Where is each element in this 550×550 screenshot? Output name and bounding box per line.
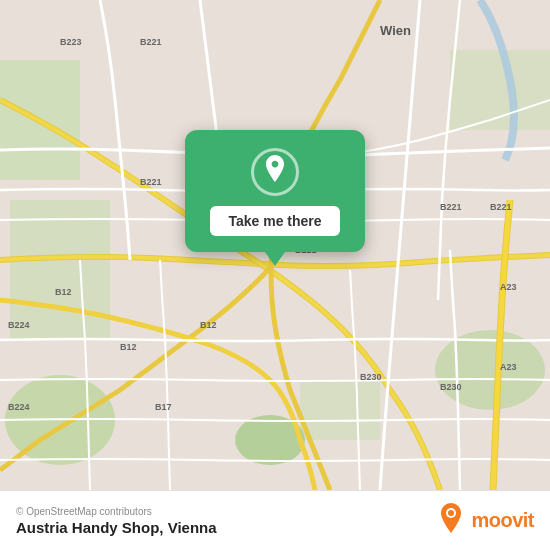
moovit-logo: moovit <box>437 503 534 539</box>
svg-rect-2 <box>10 200 110 340</box>
svg-text:B12: B12 <box>200 320 217 330</box>
moovit-logo-text: moovit <box>471 509 534 532</box>
svg-text:B221: B221 <box>140 177 162 187</box>
svg-text:B223: B223 <box>60 37 82 47</box>
svg-point-5 <box>435 330 545 410</box>
svg-text:Wien: Wien <box>380 23 411 38</box>
svg-text:B221: B221 <box>140 37 162 47</box>
bottom-left-info: © OpenStreetMap contributors Austria Han… <box>16 506 217 536</box>
map-container: B223 B221 Wien B221 B221 B221 B221 B224 … <box>0 0 550 490</box>
svg-text:B224: B224 <box>8 320 30 330</box>
take-me-there-button[interactable]: Take me there <box>210 206 339 236</box>
svg-rect-4 <box>450 50 550 130</box>
svg-text:B221: B221 <box>440 202 462 212</box>
svg-text:B17: B17 <box>155 402 172 412</box>
location-name-label: Austria Handy Shop, Vienna <box>16 519 217 536</box>
bottom-bar: © OpenStreetMap contributors Austria Han… <box>0 490 550 550</box>
moovit-pin-icon <box>437 503 465 539</box>
svg-text:B230: B230 <box>440 382 462 392</box>
location-popup: Take me there <box>185 130 365 252</box>
svg-rect-6 <box>300 380 380 440</box>
location-pin-icon <box>261 155 289 189</box>
location-icon-circle <box>251 148 299 196</box>
svg-text:B230: B230 <box>360 372 382 382</box>
svg-text:B12: B12 <box>55 287 72 297</box>
osm-attribution: © OpenStreetMap contributors <box>16 506 217 517</box>
svg-text:A23: A23 <box>500 362 517 372</box>
svg-text:B12: B12 <box>120 342 137 352</box>
svg-text:B224: B224 <box>8 402 30 412</box>
svg-point-26 <box>448 510 454 516</box>
svg-text:B221: B221 <box>490 202 512 212</box>
svg-text:A23: A23 <box>500 282 517 292</box>
